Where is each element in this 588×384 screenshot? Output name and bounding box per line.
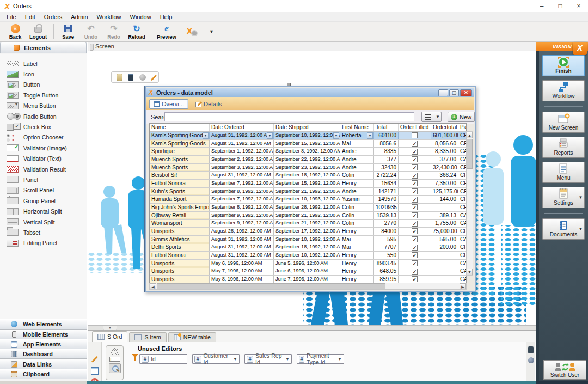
switch-user-button[interactable]: Switch User	[543, 360, 586, 380]
vision-button[interactable]: X	[179, 22, 200, 41]
editor-chip-sales-rep-id[interactable]: #Sales Rep Id▼	[244, 354, 292, 364]
minimize-button[interactable]: –	[532, 0, 551, 12]
horizontal-scrollbar[interactable]: ◀ ▶	[149, 283, 467, 290]
cell-order-filled[interactable]: ✓	[399, 260, 431, 267]
chevron-down-icon[interactable]: ▼	[338, 357, 342, 362]
table-row[interactable]: Kam's Sporting Goods▼August 31, 1992, 12…	[150, 132, 466, 140]
element-item-validation-result[interactable]: Validation Result	[0, 164, 87, 174]
dialog-tab-overview[interactable]: Overvi...	[149, 99, 188, 109]
element-item-horizontal-split[interactable]: Horizontal Split	[0, 206, 87, 216]
column-header-pa[interactable]: Pa	[458, 124, 467, 131]
back-button[interactable]: «Back	[4, 22, 26, 41]
scroll-left-icon[interactable]: ◀	[150, 283, 156, 289]
column-header-order-filled[interactable]: Order Filled	[399, 124, 431, 131]
table-row[interactable]: Delhi SportsAugust 31, 1992, 12:00 AMSep…	[150, 243, 466, 252]
cell-order-filled[interactable]: ✓	[399, 148, 431, 155]
web-mode-icon[interactable]	[139, 74, 146, 81]
table-row[interactable]: UnisportsMay 8, 1996, 12:00 AMJune 7, 19…	[150, 276, 466, 283]
globe-icon[interactable]	[528, 357, 534, 363]
vertical-scroll-thumb[interactable]	[467, 139, 473, 169]
cell-order-filled[interactable]: ✓	[399, 267, 431, 275]
scroll-right-icon[interactable]: ▶	[460, 283, 466, 289]
menu-orders[interactable]: Orders	[40, 13, 67, 21]
menu-workflow[interactable]: Workflow	[93, 13, 126, 21]
order-filled-checkbox[interactable]	[412, 132, 418, 138]
orders-data-model-dialog[interactable]: X Orders - data model – ▢ ✕ Overvi...Det…	[144, 86, 476, 292]
horizontal-scroll-thumb[interactable]	[157, 283, 385, 289]
order-filled-checkbox[interactable]: ✓	[412, 276, 418, 282]
table-row[interactable]: Beisbol Si!August 31, 1992, 12:00 AMSept…	[150, 172, 466, 180]
order-filled-checkbox[interactable]: ✓	[412, 236, 418, 242]
cell-order-filled[interactable]: ✓	[399, 228, 431, 235]
table-row[interactable]: Kuhn's SportsSeptember 8, 1992, 12:00 AM…	[150, 188, 466, 196]
preview-button[interactable]: ePreview	[156, 22, 177, 41]
sidebar-button-menu[interactable]: Menu	[542, 162, 585, 183]
order-filled-checkbox[interactable]: ✓	[412, 156, 418, 162]
logout-button[interactable]: Logout	[27, 22, 49, 41]
horizontal-splitter[interactable]: ▼	[88, 325, 536, 331]
chevron-down-icon[interactable]: ▼	[285, 357, 290, 362]
cell-order-filled[interactable]: ✓	[399, 164, 431, 172]
table-row[interactable]: Futbol SonoraAugust 31, 1992, 12:00 AMSe…	[150, 252, 466, 260]
combo-dropdown-icon[interactable]: ▼	[367, 132, 373, 139]
close-button[interactable]: ×	[569, 0, 588, 12]
splitter-collapse-handle[interactable]: ▼	[103, 326, 117, 331]
redo-button[interactable]: ↷Redo	[103, 22, 125, 41]
cell-order-filled[interactable]: ✓	[399, 140, 431, 148]
element-item-validator-text-[interactable]: Validator (Text)	[0, 154, 87, 164]
cell-order-filled[interactable]: ✓	[399, 204, 431, 211]
column-header-date-shipped[interactable]: Date Shipped	[274, 124, 340, 131]
sidebar-button-finish[interactable]: Finish	[542, 55, 585, 76]
chevron-down-icon[interactable]: ▼	[233, 357, 237, 362]
cell-order-filled[interactable]	[399, 132, 431, 139]
order-filled-checkbox[interactable]: ✓	[412, 173, 418, 179]
scroll-down-icon[interactable]: ▼	[467, 269, 473, 275]
menu-edit[interactable]: Edit	[21, 13, 40, 21]
reload-button[interactable]: ↻Reload	[126, 22, 148, 41]
editor-chip-customer-id[interactable]: #Customer Id▼	[192, 354, 240, 364]
menu-help[interactable]: Help	[156, 13, 177, 21]
maximize-button[interactable]: □	[551, 0, 569, 12]
section-data-links[interactable]: Data Links	[0, 359, 87, 369]
sidebar-button-reports[interactable]: Reports	[542, 137, 585, 158]
editor-chip-payment-type-id[interactable]: #Payment Type Id▼	[297, 354, 344, 364]
scroll-up-icon[interactable]: ▲	[467, 132, 473, 138]
cell-order-filled[interactable]: ✓	[399, 243, 431, 251]
menu-window[interactable]: Window	[126, 13, 156, 21]
column-header-date-ordered[interactable]: Date Ordered	[210, 124, 274, 131]
table-row[interactable]: Simms AthleticsAugust 31, 1992, 12:00 AM…	[150, 236, 466, 244]
sidebar-button-workflow[interactable]: Workflow	[542, 80, 585, 101]
section-web-elements[interactable]: Web Elements	[0, 319, 87, 329]
save-button[interactable]: Save	[57, 22, 79, 41]
new-record-button[interactable]: + New	[448, 112, 475, 122]
order-filled-checkbox[interactable]: ✓	[412, 180, 418, 186]
order-filled-checkbox[interactable]: ✓	[412, 141, 418, 147]
vertical-scrollbar[interactable]: ▲ ▼	[466, 131, 473, 276]
order-filled-checkbox[interactable]: ✓	[412, 252, 418, 258]
vision-x-logo[interactable]: X	[573, 42, 587, 55]
column-header-name[interactable]: Name	[150, 124, 210, 131]
column-header-first-name[interactable]: First Name	[340, 124, 374, 131]
design-canvas[interactable]: X Orders - data model – ▢ ✕ Overvi...Det…	[88, 51, 536, 325]
column-header-ordertotal[interactable]: Ordertotal	[431, 124, 458, 131]
element-item-validator-image-[interactable]: Validator (Image)	[0, 143, 87, 153]
notebook-icon[interactable]	[91, 367, 99, 375]
chevron-down-icon[interactable]: ▼	[577, 187, 584, 208]
table-row[interactable]: SportiqueSeptember 1, 1992, 12:00 AMSept…	[150, 148, 466, 156]
bottom-tab-s-ord[interactable]: S Ord	[92, 331, 127, 342]
table-row[interactable]: Futbol SonoraSeptember 7, 1992, 12:00 AM…	[150, 180, 466, 188]
section-mobile-elements[interactable]: Mobile Elements	[0, 330, 87, 339]
menu-dropdown-button[interactable]: ▼	[421, 112, 442, 122]
order-filled-checkbox[interactable]: ✓	[412, 228, 418, 234]
bottom-tab-s-item[interactable]: S Item	[129, 332, 166, 342]
toolbar-dropdown-icon[interactable]: ▼	[209, 29, 214, 34]
dialog-maximize-button[interactable]: ▢	[449, 89, 459, 96]
label-icon[interactable]	[111, 352, 119, 355]
bottom-tab-new-table[interactable]: NEW table	[168, 332, 216, 342]
search-input[interactable]	[164, 112, 414, 121]
section-dashboard[interactable]: Dashboard	[0, 349, 87, 359]
order-filled-checkbox[interactable]: ✓	[412, 269, 418, 275]
mobile-mode-icon[interactable]	[128, 74, 133, 81]
cell-order-filled[interactable]: ✓	[399, 156, 431, 163]
element-item-editing-panel[interactable]: Editing Panel	[0, 238, 87, 248]
